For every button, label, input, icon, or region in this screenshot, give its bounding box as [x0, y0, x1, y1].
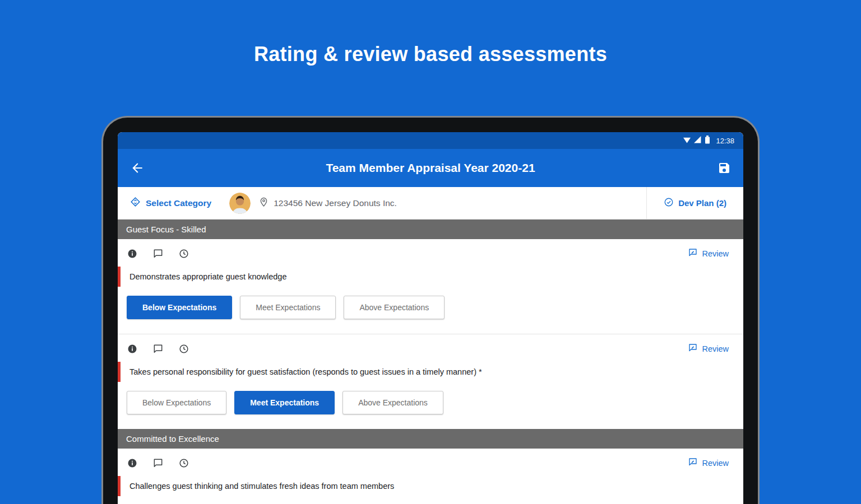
avatar[interactable] [229, 193, 251, 214]
location-text: 123456 New Jersey Donuts Inc. [274, 198, 397, 208]
check-circle-icon [664, 197, 674, 209]
info-icon[interactable] [127, 458, 138, 469]
app-bar-title: Team Member Appraisal Year 2020-21 [118, 161, 743, 175]
review-button[interactable]: Review [684, 342, 732, 355]
dev-plan-button[interactable]: Dev Plan (2) [660, 197, 730, 209]
marketing-background: Rating & review based assessments 12:38 [0, 0, 861, 504]
history-icon[interactable] [178, 343, 189, 354]
comment-icon[interactable] [152, 343, 164, 354]
app-bar: Team Member Appraisal Year 2020-21 [118, 149, 743, 187]
rate-review-icon [688, 343, 698, 354]
location-info: 123456 New Jersey Donuts Inc. [258, 197, 397, 209]
comment-icon[interactable] [152, 458, 164, 469]
option-above-expectations[interactable]: Above Expectations [342, 391, 443, 414]
section-header: Committed to Excellence [118, 429, 743, 449]
info-icon[interactable] [127, 248, 138, 259]
option-below-expectations[interactable]: Below Expectations [127, 296, 232, 319]
item-toolbar: Review [118, 449, 743, 473]
review-label: Review [702, 344, 729, 353]
item-toolbar: Review [118, 334, 743, 358]
info-icon[interactable] [127, 343, 138, 354]
assessment-item: Review Challenges guest thinking and sti… [118, 449, 743, 501]
option-above-expectations[interactable]: Above Expectations [344, 296, 445, 319]
question-text: Challenges guest thinking and stimulates… [121, 476, 403, 496]
review-button[interactable]: Review [684, 456, 732, 469]
tablet-screen: 12:38 Team Member Appraisal Year 2020-21 [118, 132, 743, 504]
rate-review-icon [688, 457, 698, 469]
cell-signal-icon [694, 136, 701, 146]
item-icons [127, 343, 189, 354]
question-row: Takes personal responsibility for guest … [118, 362, 743, 382]
back-button[interactable] [130, 161, 145, 175]
toolbar-right: Dev Plan (2) [646, 187, 743, 219]
item-icons [127, 458, 189, 469]
history-icon[interactable] [178, 458, 189, 469]
battery-icon [705, 136, 710, 146]
option-below-expectations[interactable]: Below Expectations [127, 391, 226, 414]
select-category-label: Select Category [146, 198, 211, 208]
question-text: Takes personal responsibility for guest … [121, 362, 491, 382]
review-label: Review [702, 459, 729, 468]
option-meet-expectations[interactable]: Meet Expectations [234, 391, 335, 414]
comment-icon[interactable] [152, 248, 164, 259]
section-header: Guest Focus - Skilled [118, 220, 743, 239]
status-bar: 12:38 [118, 132, 743, 149]
save-button[interactable] [718, 161, 731, 175]
rate-review-icon [688, 248, 698, 259]
history-icon[interactable] [178, 248, 189, 259]
page-title: Rating & review based assessments [0, 0, 861, 66]
review-button[interactable]: Review [684, 247, 732, 260]
select-category-button[interactable]: Select Category [127, 196, 215, 210]
question-row: Demonstrates appropriate guest knowledge [118, 267, 743, 287]
rating-options: Below Expectations Meet Expectations Abo… [118, 291, 743, 334]
review-label: Review [702, 249, 729, 258]
toolbar: Select Category [118, 187, 743, 220]
option-meet-expectations[interactable]: Meet Expectations [240, 296, 336, 319]
dev-plan-label: Dev Plan (2) [678, 198, 726, 208]
rating-options: Below Expectations Meet Expectations Abo… [118, 386, 743, 429]
location-pin-icon [258, 197, 269, 209]
assessment-item: Review Takes personal responsibility for… [118, 334, 743, 429]
category-icon [130, 197, 141, 209]
question-row: Challenges guest thinking and stimulates… [118, 476, 743, 496]
assessment-item: Review Demonstrates appropriate guest kn… [118, 239, 743, 334]
question-text: Demonstrates appropriate guest knowledge [121, 267, 296, 287]
tablet-frame: 12:38 Team Member Appraisal Year 2020-21 [101, 116, 760, 504]
item-icons [127, 248, 189, 259]
item-toolbar: Review [118, 239, 743, 263]
wifi-icon [683, 136, 691, 146]
status-time: 12:38 [716, 137, 734, 145]
